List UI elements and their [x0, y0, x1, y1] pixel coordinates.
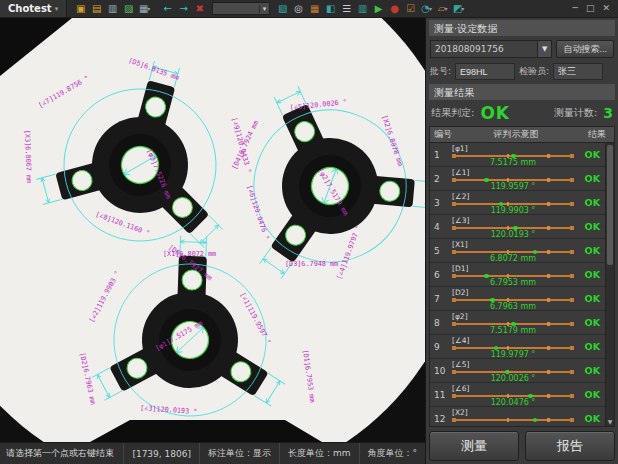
monitor-icon[interactable]: ◧ — [323, 1, 338, 16]
maximize-button[interactable]: □ — [586, 4, 595, 13]
feature-tag: [∠6] — [452, 384, 469, 393]
status-angle-unit: 角度单位：° — [359, 443, 426, 464]
app-title: Chotest — [8, 3, 52, 14]
table-scrollbar[interactable]: ▼ — [605, 143, 614, 426]
feature-tag: [φ1] — [452, 144, 468, 153]
measured-value: 6.7953 mm — [452, 278, 574, 287]
feature-tag: [∠3] — [452, 216, 469, 225]
measured-value: 6.8072 mm — [452, 254, 574, 263]
table-row[interactable]: 1[φ1]7.5175 mmOK — [430, 143, 614, 167]
list-icon[interactable]: ☰ — [339, 1, 354, 16]
measure-button[interactable]: 测量 — [429, 431, 519, 461]
result-badge: OK — [585, 197, 600, 208]
result-badge: OK — [585, 317, 600, 328]
edit-program-icon[interactable]: ▨ — [121, 1, 136, 16]
measured-value: 119.9903 ° — [452, 206, 574, 215]
chevron-down-icon[interactable]: ▼ — [537, 41, 551, 57]
table-row[interactable]: 9[∠4]119.9797 °OK — [430, 335, 614, 359]
grid-icon[interactable]: ▦ — [307, 1, 322, 16]
play-icon[interactable]: ▶ — [371, 1, 386, 16]
zoom-tool-icon[interactable]: ◎ — [291, 1, 306, 16]
save-as-icon[interactable]: ▦▾ — [137, 1, 152, 16]
approve-icon[interactable]: ☑ — [403, 1, 418, 16]
chevron-down-icon: ▾ — [461, 6, 464, 12]
report-button[interactable]: 报告 — [525, 431, 615, 461]
scrollbar-thumb[interactable] — [607, 145, 613, 265]
image-icon[interactable]: ▧ — [275, 1, 290, 16]
feature-tag: [D2] — [452, 288, 468, 297]
measured-value: 7.5175 mm — [452, 158, 574, 167]
row-number: 5 — [434, 246, 448, 256]
table-row[interactable]: 10[∠5]120.0026 °OK — [430, 359, 614, 383]
shapes-icon[interactable]: ◔▾ — [419, 1, 434, 16]
table-row[interactable]: 2[∠1]119.9597 °OK — [430, 167, 614, 191]
auto-search-button[interactable]: 自动搜索... — [556, 40, 614, 58]
measured-value: 7.5179 mm — [452, 326, 574, 335]
dataset-value: 201808091756 — [435, 44, 504, 54]
measured-value-marker — [533, 418, 538, 423]
table-row[interactable]: 4[∠3]120.0193 °OK — [430, 215, 614, 239]
status-hint: 请选择第一个点或右键结束 — [0, 447, 123, 460]
result-badge: OK — [585, 389, 600, 400]
layers-icon[interactable]: ▱▾ — [435, 1, 450, 16]
toolbar: ▣▤▥▨▦▾←→✖▾▧◎▦◧☰▥▶●☑◔▾▱▾◩▾ — [67, 0, 564, 17]
row-number: 12 — [434, 414, 448, 424]
row-number: 9 — [434, 342, 448, 352]
right-panel: 测量·设定数据 201808091756 ▼ 自动搜索... 批号: 检验员: … — [425, 18, 618, 464]
results-table-body: 1[φ1]7.5175 mmOK2[∠1]119.9597 °OK3[∠2]11… — [430, 143, 614, 426]
feature-tag: [∠1] — [452, 168, 469, 177]
row-number: 2 — [434, 174, 448, 184]
result-judgement-value: OK — [480, 103, 510, 123]
statusbar: 请选择第一个点或右键结束 [1739, 1806] 标注单位：显示 长度单位：m… — [0, 442, 425, 464]
open-file-icon[interactable]: ▤ — [89, 1, 104, 16]
feature-tag: [∠4] — [452, 336, 469, 345]
app-menu-button[interactable]: Chotest ▾ — [0, 0, 67, 17]
row-number: 3 — [434, 198, 448, 208]
panel-icon[interactable]: ▥ — [355, 1, 370, 16]
back-icon[interactable]: ← — [160, 1, 175, 16]
open-project-icon[interactable]: ▣ — [73, 1, 88, 16]
minimize-button[interactable]: ─ — [573, 4, 578, 13]
feature-tag: [∠5] — [452, 360, 469, 369]
measurement-canvas[interactable]: [D5]6.8135 mm[∠7]119.8756 °[∠9]120.0433 … — [0, 18, 425, 442]
feature-tag: [D1] — [452, 264, 468, 273]
table-row[interactable]: 3[∠2]119.9903 °OK — [430, 191, 614, 215]
column-header-diagram: 评判示意图 — [452, 128, 580, 141]
feature-tag: [∠2] — [452, 192, 469, 201]
toolbar-combobox[interactable]: ▾ — [212, 2, 270, 15]
close-button[interactable]: ✕ — [602, 4, 610, 13]
measured-value: 120.0026 ° — [452, 374, 574, 383]
table-row[interactable]: 12[X2]OK — [430, 407, 614, 426]
app-window: Chotest ▾ ▣▤▥▨▦▾←→✖▾▧◎▦◧☰▥▶●☑◔▾▱▾◩▾ ─ □ … — [0, 0, 618, 464]
user-icon[interactable]: ◩▾ — [451, 1, 466, 16]
measure-count-value: 3 — [603, 105, 613, 121]
table-row[interactable]: 7[D2]6.7963 mmOK — [430, 287, 614, 311]
chevron-down-icon: ▾ — [147, 6, 150, 12]
delete-icon[interactable]: ✖ — [192, 1, 207, 16]
row-number: 8 — [434, 318, 448, 328]
dataset-combobox[interactable]: 201808091756 ▼ — [430, 40, 552, 58]
row-number: 11 — [434, 390, 448, 400]
measured-value: 119.9597 ° — [452, 182, 574, 191]
measure-count-label: 测量计数: — [554, 106, 597, 120]
measured-value: 120.0476 ° — [452, 398, 574, 407]
forward-icon[interactable]: → — [176, 1, 191, 16]
result-badge: OK — [585, 245, 600, 256]
table-row[interactable]: 11[∠6]120.0476 °OK — [430, 383, 614, 407]
chevron-down-icon: ▾ — [429, 6, 432, 12]
status-display-unit: 标注单位：显示 — [199, 443, 279, 464]
dimension-label: [X1]6.8072 mm — [163, 250, 216, 258]
table-row[interactable]: 8[φ2]7.5179 mmOK — [430, 311, 614, 335]
scrollbar-down-icon[interactable]: ▼ — [606, 418, 614, 425]
feature-tag: [X2] — [452, 408, 468, 417]
chevron-down-icon: ▾ — [55, 5, 59, 13]
column-header-number: 编号 — [430, 128, 452, 141]
save-icon[interactable]: ▥ — [105, 1, 120, 16]
feature-tag: [φ2] — [452, 312, 468, 321]
inspector-input[interactable] — [553, 63, 603, 80]
result-badge: OK — [585, 293, 600, 304]
table-row[interactable]: 5[X1]6.8072 mmOK — [430, 239, 614, 263]
batch-input[interactable] — [455, 63, 515, 80]
table-row[interactable]: 6[D1]6.7953 mmOK — [430, 263, 614, 287]
record-icon[interactable]: ● — [387, 1, 402, 16]
